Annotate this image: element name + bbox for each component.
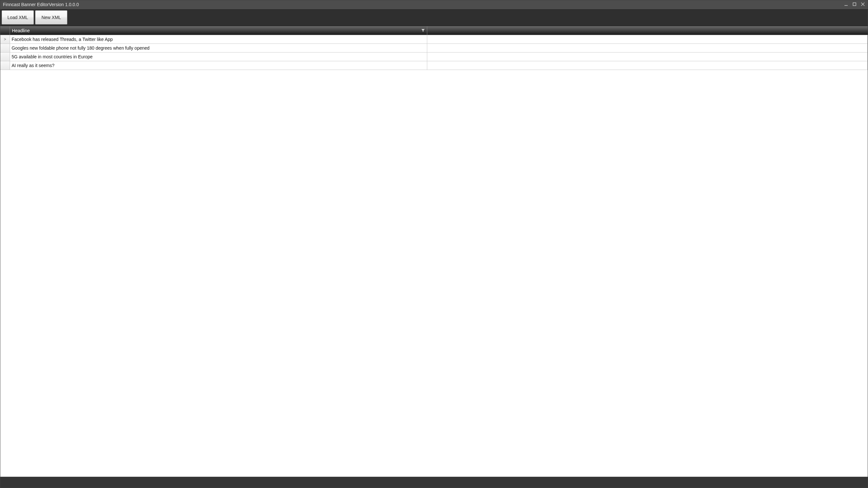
cell-filler (427, 35, 868, 43)
row-header[interactable] (0, 61, 10, 70)
cell-headline[interactable]: Googles new foldable phone not fully 180… (10, 44, 427, 52)
grid-header-row: Headline (0, 26, 868, 35)
window-controls (844, 2, 865, 7)
minimize-button[interactable] (844, 2, 848, 7)
load-xml-button[interactable]: Load XML (2, 10, 34, 25)
close-icon (861, 2, 865, 6)
cell-headline[interactable]: AI really as it seems? (10, 61, 427, 70)
filter-icon[interactable] (421, 28, 425, 33)
table-row[interactable]: >Facebook has released Threads, a Twitte… (0, 35, 868, 44)
row-selected-indicator-icon: > (4, 37, 6, 41)
titlebar[interactable]: Finncast Banner EditorVersion 1.0.0.0 (0, 0, 868, 9)
grid-body: >Facebook has released Threads, a Twitte… (0, 35, 868, 70)
data-grid[interactable]: Headline >Facebook has released Threads,… (0, 26, 868, 477)
cell-filler (427, 53, 868, 61)
table-row[interactable]: 5G available in most countries in Europe (0, 53, 868, 61)
table-row[interactable]: AI really as it seems? (0, 61, 868, 70)
svg-rect-1 (853, 3, 856, 5)
row-header[interactable] (0, 53, 10, 61)
close-button[interactable] (861, 2, 865, 7)
window-title: Finncast Banner EditorVersion 1.0.0.0 (3, 2, 79, 7)
app-window: Finncast Banner EditorVersion 1.0.0.0 Lo… (0, 0, 868, 488)
new-xml-button[interactable]: New XML (35, 10, 67, 25)
grid-corner[interactable] (0, 26, 10, 35)
column-header-label: Headline (12, 28, 30, 33)
toolbar: Load XML New XML (0, 9, 868, 26)
row-header[interactable] (0, 44, 10, 52)
column-header-filler (427, 26, 868, 35)
cell-filler (427, 44, 868, 52)
cell-filler (427, 61, 868, 70)
cell-headline[interactable]: 5G available in most countries in Europe (10, 53, 427, 61)
statusbar (0, 477, 868, 488)
maximize-icon (852, 2, 857, 6)
row-header[interactable]: > (0, 35, 10, 43)
maximize-button[interactable] (852, 2, 857, 7)
column-header-headline[interactable]: Headline (10, 26, 427, 35)
minimize-icon (844, 2, 848, 6)
cell-headline[interactable]: Facebook has released Threads, a Twitter… (10, 35, 427, 43)
table-row[interactable]: Googles new foldable phone not fully 180… (0, 44, 868, 53)
